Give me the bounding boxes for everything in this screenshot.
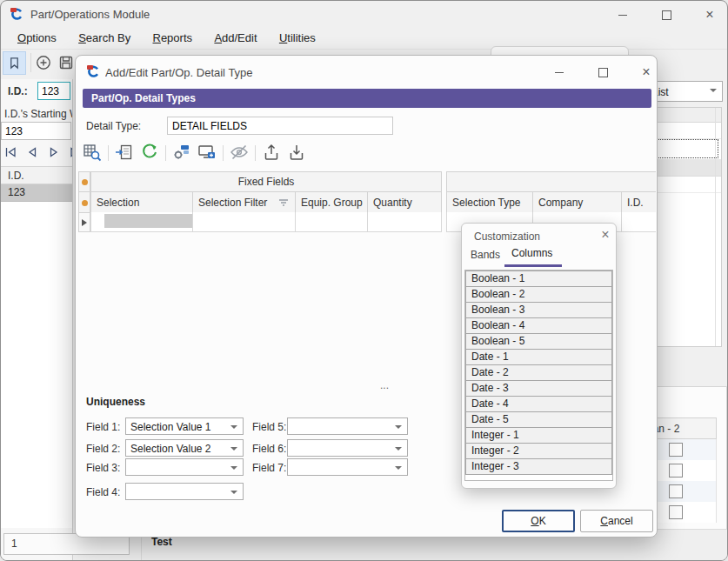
field3-combo[interactable] (125, 458, 244, 476)
id-grid-row-selected[interactable]: 123 (1, 184, 72, 202)
detail-type-input[interactable] (167, 117, 393, 135)
menu-accel: A (214, 31, 222, 44)
nav-last-button[interactable] (69, 145, 73, 159)
grid-search-icon (83, 143, 102, 162)
detail-type-label: Detail Type: (86, 120, 141, 132)
customization-column-item[interactable]: Boolean - 4 (465, 317, 612, 334)
checkbox[interactable] (669, 464, 683, 478)
grid-vertical-border (715, 108, 716, 346)
id-column-header[interactable]: I.D. (1, 166, 72, 184)
nav-first-button[interactable] (3, 145, 17, 159)
field7-combo[interactable] (287, 458, 408, 476)
close-button[interactable] (698, 6, 721, 23)
grid-cell-selection[interactable] (90, 212, 193, 232)
column-label: I.D. (627, 197, 644, 209)
customization-column-item[interactable]: Date - 2 (465, 364, 612, 381)
save-icon (57, 54, 75, 71)
customization-popup: Customization Bands Columns Boolean - 1 … (461, 223, 617, 489)
field6-combo[interactable] (287, 439, 408, 457)
ok-button[interactable]: OK (502, 510, 575, 532)
tab-bands[interactable]: Bands (471, 249, 500, 261)
menu-search-by[interactable]: Search By (69, 27, 140, 50)
menu-utilities[interactable]: Utilities (270, 27, 325, 50)
column-label: Company (538, 197, 583, 209)
row-indicator-cell (78, 171, 90, 192)
save-button[interactable] (57, 54, 75, 71)
grid-search-button[interactable] (83, 143, 102, 164)
cancel-rest: ancel (608, 515, 633, 527)
export-button[interactable] (262, 143, 281, 164)
filter-icon[interactable] (278, 197, 289, 208)
field5-combo[interactable] (287, 417, 408, 435)
test-cell[interactable]: Test (151, 536, 172, 548)
customization-title: Customization (474, 230, 540, 243)
screen-add-icon (197, 143, 217, 162)
customization-column-item[interactable]: Date - 1 (465, 349, 612, 365)
checkbox[interactable] (669, 484, 683, 498)
menu-options[interactable]: Options (8, 27, 66, 50)
customization-column-item[interactable]: Date - 4 (465, 396, 612, 412)
customization-column-item[interactable]: Date - 3 (465, 380, 612, 397)
row-indicator-cell (78, 191, 90, 213)
customization-close-button[interactable] (598, 228, 612, 242)
column-selection[interactable]: Selection (90, 191, 193, 213)
customization-column-item[interactable]: Integer - 3 (465, 458, 612, 475)
add-record-button[interactable] (35, 54, 52, 71)
grid-cell-selection-filter[interactable] (192, 212, 296, 232)
starting-with-input[interactable] (1, 122, 71, 140)
grid-cell-id[interactable] (621, 212, 656, 232)
customization-column-item[interactable]: Boolean - 3 (465, 302, 612, 318)
uniqueness-title: Uniqueness (86, 396, 145, 408)
nav-next-button[interactable] (47, 145, 61, 159)
customize-columns-button[interactable] (172, 143, 191, 164)
window-title: Part/Operations Module (30, 8, 150, 21)
refresh-button[interactable] (140, 143, 159, 164)
tab-columns[interactable]: Columns (511, 247, 552, 259)
import-button[interactable] (287, 143, 306, 164)
column-selection-type[interactable]: Selection Type (446, 191, 533, 213)
checkbox[interactable] (669, 505, 683, 519)
grid-cell-equip-group[interactable] (295, 212, 368, 232)
checkbox[interactable] (669, 443, 683, 457)
customization-column-item[interactable]: Integer - 2 (465, 443, 612, 459)
band-fixed-fields[interactable]: Fixed Fields (90, 171, 442, 192)
band-nonfixed-fields[interactable]: Non-Fixed Fields (446, 171, 656, 192)
dialog-close-button[interactable] (635, 63, 658, 81)
customization-column-item[interactable]: Date - 5 (465, 411, 612, 428)
id-input[interactable] (37, 82, 70, 100)
id-label: I.D.: (8, 85, 28, 97)
band-marker-icon (82, 179, 88, 185)
column-id[interactable]: I.D. (621, 191, 656, 213)
minimize-button[interactable] (611, 6, 634, 23)
customization-column-item[interactable]: Boolean - 2 (465, 286, 612, 303)
field4-combo[interactable] (125, 483, 244, 500)
menu-reports[interactable]: Reports (144, 27, 203, 50)
menu-add-edit[interactable]: Add/Edit (204, 27, 266, 50)
import-record-button[interactable] (115, 143, 134, 164)
customization-column-item[interactable]: Integer - 1 (465, 427, 612, 444)
field6-label: Field 6: (252, 443, 286, 455)
field2-combo[interactable]: Selection Value 2 (125, 439, 244, 457)
dialog-maximize-button[interactable] (591, 63, 614, 81)
column-company[interactable]: Company (532, 191, 622, 213)
grid-cell-quantity[interactable] (367, 212, 442, 232)
ok-rest: K (539, 515, 546, 527)
field1-combo[interactable]: Selection Value 1 (125, 417, 244, 435)
header-marker-icon (82, 200, 88, 206)
dialog-minimize-button[interactable] (548, 63, 571, 81)
hide-button[interactable] (230, 143, 249, 164)
bookmark-button[interactable] (3, 51, 26, 75)
nav-prev-button[interactable] (25, 145, 39, 159)
dialog-toolbar (83, 143, 306, 164)
add-view-button[interactable] (197, 143, 217, 164)
maximize-button[interactable] (655, 6, 678, 23)
column-equip-group[interactable]: Equip. Group (295, 191, 368, 213)
cancel-button[interactable]: Cancel (580, 510, 653, 532)
column-quantity[interactable]: Quantity (367, 191, 442, 213)
customization-column-item[interactable]: Boolean - 1 (465, 270, 612, 287)
toolbar-separator (30, 53, 31, 72)
customization-column-item[interactable]: Boolean - 5 (465, 333, 612, 350)
column-selection-filter[interactable]: Selection Filter (192, 191, 296, 213)
menu-accel: S (78, 31, 86, 44)
starting-with-label: I.D.'s Starting With (4, 108, 73, 120)
